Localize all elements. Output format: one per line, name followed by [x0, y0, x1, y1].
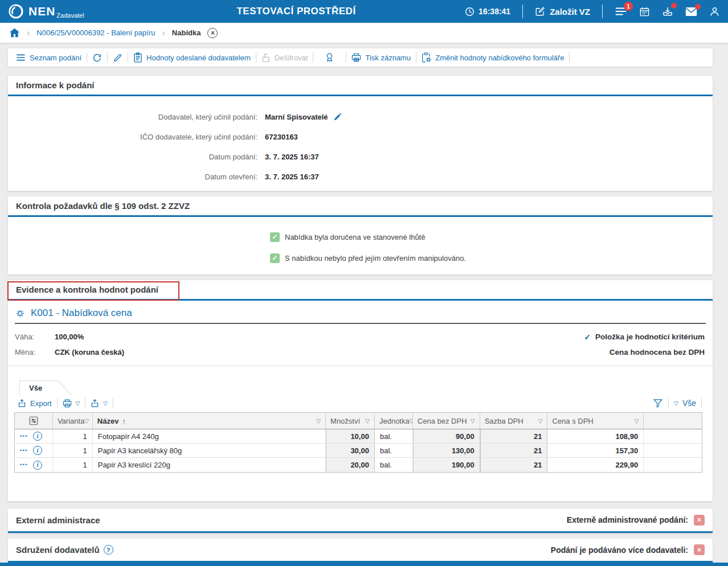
- downloads-button[interactable]: [662, 6, 673, 17]
- filter-icon[interactable]: ▽: [471, 418, 475, 424]
- breadcrumb-link-contract[interactable]: N006/25/V00006392 - Balení papíru: [36, 28, 155, 37]
- divider: [346, 52, 346, 63]
- flag-label: Externě administrované podání:: [567, 515, 688, 524]
- checkbox-checked-icon[interactable]: ✓: [270, 253, 280, 263]
- column-label: Jednotka: [379, 417, 410, 425]
- column-header-nazev[interactable]: Název ↑ ▽: [93, 413, 326, 429]
- column-settings-button[interactable]: [15, 413, 53, 429]
- cell-sazba-dph: 21: [480, 444, 548, 457]
- field-value: Marní Spisovatelé: [265, 113, 328, 121]
- filter-icon[interactable]: ▽: [316, 418, 321, 424]
- cell-sazba-dph: 21: [480, 429, 548, 443]
- row-info-icon[interactable]: i: [33, 446, 42, 455]
- section-title: Informace k podání: [8, 76, 713, 95]
- seznam-podani-label: Seznam podání: [30, 54, 81, 62]
- grid-share-button[interactable]: ▽: [88, 399, 111, 408]
- filter-icon[interactable]: ▽: [365, 418, 370, 424]
- table-settings-icon: [28, 416, 39, 426]
- breadcrumb: › N006/25/V00006392 - Balení papíru › Na…: [0, 23, 728, 43]
- help-icon[interactable]: ?: [104, 545, 113, 555]
- cell-sazba-dph: 21: [480, 458, 548, 472]
- grid-print-button[interactable]: ▽: [60, 399, 83, 408]
- filter-button[interactable]: [650, 399, 666, 408]
- top-app-bar: NEN Zadavatel TESTOVACÍ PROSTŘEDÍ 16:38:…: [0, 0, 728, 23]
- edit-supplier-icon[interactable]: [333, 113, 342, 121]
- tab-vse[interactable]: Vše: [19, 380, 72, 395]
- section-title: Externí administrace: [16, 515, 100, 525]
- clock-icon: [465, 7, 475, 17]
- field-datum-podani: Datum podání: 3. 7. 2025 16:37: [8, 147, 713, 167]
- column-header-sazba-dph[interactable]: Sazba DPH ▽: [480, 413, 548, 429]
- divider: [87, 52, 87, 63]
- close-tab-icon[interactable]: ×: [207, 28, 218, 38]
- column-header-cena-s-dph[interactable]: Cena s DPH ▽: [547, 413, 644, 429]
- create-vz-button[interactable]: Založit VZ: [535, 6, 590, 17]
- section-kontrola-pozadavku: Kontrola požadavků dle § 109 odst. 2 ZZV…: [8, 196, 713, 274]
- dropdown-arrow-icon: ▽: [674, 400, 678, 407]
- row-info-icon[interactable]: i: [33, 432, 42, 441]
- divider: [256, 52, 256, 63]
- cell-cena-s-dph: 108,90: [547, 429, 644, 443]
- refresh-icon: [92, 53, 102, 63]
- share-icon: [91, 399, 99, 408]
- divider: [113, 398, 113, 408]
- row-menu-icon[interactable]: •••: [20, 434, 28, 439]
- calendar-button[interactable]: [639, 6, 650, 17]
- cell-nazev: Papír A3 kancelářský 80g: [93, 444, 326, 457]
- row-menu-icon[interactable]: •••: [20, 462, 28, 467]
- column-header-cena-bez-dph[interactable]: Cena bez DPH ▽: [413, 413, 480, 429]
- flag-label: Položka je hodnotící kritérium: [595, 333, 705, 341]
- row-menu-icon[interactable]: •••: [20, 448, 28, 453]
- chevron-right-icon: ›: [27, 28, 30, 38]
- refresh-button[interactable]: [89, 53, 105, 63]
- calendar-icon: [639, 6, 650, 17]
- brand-area[interactable]: NEN Zadavatel: [8, 3, 128, 19]
- tisk-zaznamu-button[interactable]: Tisk záznamu: [349, 53, 414, 62]
- flag-no-icon: ×: [694, 544, 705, 555]
- grid-toolbar: Export ▽: [8, 395, 713, 411]
- column-header-spacer: [644, 413, 702, 429]
- messages-button[interactable]: [685, 7, 697, 17]
- column-header-jednotka[interactable]: Jednotka ▽: [375, 413, 413, 429]
- main-menu-button[interactable]: 1: [615, 6, 627, 17]
- checkbox-checked-icon[interactable]: ✓: [270, 232, 280, 242]
- column-header-varianta[interactable]: Varianta ▽: [53, 413, 93, 429]
- divider: [85, 398, 85, 408]
- messages-notification-dot: [695, 4, 701, 10]
- filter-icon[interactable]: ▽: [634, 418, 639, 424]
- zmenit-hodnoty-button[interactable]: Změnit hodnoty nabídkového formuláře: [419, 52, 567, 63]
- cell-jednotka: bal.: [375, 429, 413, 443]
- seznam-podani-button[interactable]: Seznam podání: [13, 54, 84, 62]
- home-icon[interactable]: [9, 28, 20, 38]
- profile-button[interactable]: [709, 6, 720, 17]
- desifrovat-label: Dešifrovat: [275, 54, 308, 62]
- hodnoty-odeslane-button[interactable]: Hodnoty odeslané dodavatelem: [130, 52, 253, 63]
- filter-icon[interactable]: ▽: [538, 418, 543, 424]
- criterion-currency-row: Měna:CZK (koruna česká) Cena hodnocena b…: [15, 344, 705, 360]
- footer-bar: [0, 563, 728, 566]
- cell-varianta: 1: [53, 458, 93, 472]
- filter-icon[interactable]: ▽: [84, 418, 89, 424]
- export-label: Export: [30, 399, 52, 408]
- column-header-mnozstvi[interactable]: Množství ▽: [326, 413, 375, 429]
- pencil-icon: [113, 53, 122, 63]
- currency-value: CZK (koruna česká): [55, 348, 124, 356]
- edit-button[interactable]: [110, 53, 125, 63]
- criterion-flag-bez-dph: Cena hodnocena bez DPH: [610, 348, 705, 356]
- downloads-notification-dot: [671, 3, 677, 9]
- cell-spacer: [644, 458, 702, 472]
- export-button[interactable]: Export: [15, 399, 55, 408]
- row-info-icon[interactable]: i: [33, 461, 42, 470]
- logo-subtitle: Zadavatel: [56, 12, 84, 19]
- view-select[interactable]: ▽ Vše: [671, 399, 699, 408]
- cell-mnozstvi: 20,00: [326, 458, 375, 472]
- tab-vse-label[interactable]: Vše: [20, 381, 71, 395]
- cell-mnozstvi: 10,00: [326, 429, 375, 443]
- sort-asc-icon[interactable]: ↑: [122, 417, 126, 425]
- award-button[interactable]: [316, 52, 343, 63]
- section-title: Sdružení dodavatelů: [16, 545, 100, 555]
- column-label: Množství: [330, 417, 360, 425]
- person-icon: [709, 6, 720, 17]
- award-icon: [325, 52, 334, 63]
- divider: [602, 5, 603, 18]
